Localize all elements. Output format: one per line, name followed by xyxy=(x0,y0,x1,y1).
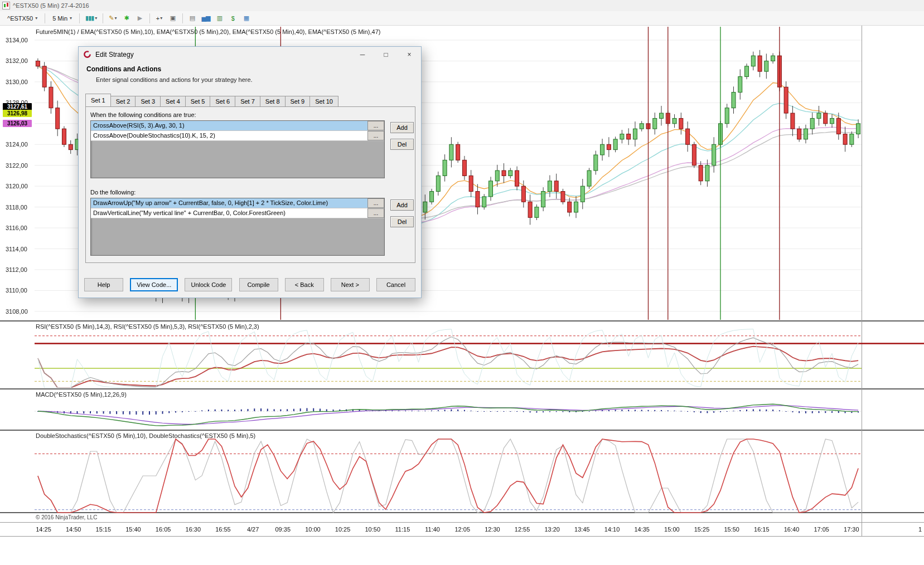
action-row-text: DrawVerticalLine("My vertical line" + Cu… xyxy=(91,208,367,218)
app-icon xyxy=(2,2,10,9)
tab-set-10[interactable]: Set 10 xyxy=(309,96,338,106)
time-axis-label: 14:50 xyxy=(66,526,81,533)
action-row[interactable]: DrawVerticalLine("My vertical line" + Cu… xyxy=(91,208,384,218)
time-axis-label: 10:00 xyxy=(305,526,321,533)
chart-style-icon: ▮▮▮ xyxy=(85,14,94,22)
chart-overlay-label: Future5MIN(1) / EMA(^ESTX50 (5 Min),10),… xyxy=(36,28,380,35)
unlock-code-button[interactable]: Unlock Code xyxy=(185,278,232,291)
del-action-button[interactable]: Del xyxy=(390,216,414,227)
dialog-title: Edit Strategy xyxy=(95,51,134,59)
condition-row-text: CrossAbove(RSI(5, 3).Avg, 30, 1) xyxy=(91,121,367,130)
toolbar-separator xyxy=(103,13,103,23)
pointer-icon: ▶ xyxy=(138,14,142,22)
dialog-titlebar[interactable]: Edit Strategy ─ □ × xyxy=(79,47,421,62)
price-axis-label: 3120,00 xyxy=(6,183,28,189)
toolbar-separator xyxy=(149,13,150,23)
tab-set-2[interactable]: Set 2 xyxy=(110,96,136,106)
del-condition-button[interactable]: Del xyxy=(390,139,414,150)
action-row[interactable]: DrawArrowUp("My up arrow" + CurrentBar, … xyxy=(91,198,384,208)
price-axis-label: 3132,00 xyxy=(6,57,28,64)
chart-trader-icon: $ xyxy=(231,15,234,22)
macd-panel-label: MACD(^ESTX50 (5 Min),12,26,9) xyxy=(36,391,127,398)
data-grid-icon: ▦ xyxy=(244,14,249,22)
time-axis-label: 11:15 xyxy=(395,526,410,533)
time-axis-label: 15:15 xyxy=(96,526,112,533)
time-axis-label: 16:15 xyxy=(754,526,770,533)
add-condition-button[interactable]: Add xyxy=(390,122,414,133)
bar-analyzer-icon: ▅▆ xyxy=(202,14,210,22)
time-axis-label: 10:50 xyxy=(365,526,380,533)
tab-set-5[interactable]: Set 5 xyxy=(185,96,211,106)
dialog-heading: Conditions and Actions xyxy=(86,65,161,73)
copyright-label: © 2016 NinjaTrader, LLC xyxy=(36,514,97,520)
dialog-subheading: Enter signal conditions and actions for … xyxy=(96,76,253,83)
window-layout-icon: ▤ xyxy=(190,14,195,22)
time-axis-label: 15:40 xyxy=(125,526,141,533)
chevron-down-icon: ▾ xyxy=(160,16,162,21)
time-axis-label: 15:50 xyxy=(724,526,739,533)
chart-trader-button[interactable]: $ xyxy=(226,13,239,24)
back-button[interactable]: < Back xyxy=(285,278,324,291)
tab-set-9[interactable]: Set 9 xyxy=(285,96,311,106)
add-action-button[interactable]: Add xyxy=(390,199,414,211)
maximize-button[interactable]: □ xyxy=(374,47,398,62)
cancel-button[interactable]: Cancel xyxy=(376,278,415,291)
tab-set-6[interactable]: Set 6 xyxy=(210,96,235,106)
compile-button[interactable]: Compile xyxy=(239,278,278,291)
snapshot-button[interactable]: ▣ xyxy=(167,13,179,24)
condition-row-text: CrossAbove(DoubleStochastics(10).K, 15, … xyxy=(91,131,367,140)
tab-set-8[interactable]: Set 8 xyxy=(260,96,286,106)
time-axis-label: 13:20 xyxy=(544,526,560,533)
chart-style-button[interactable]: ▮▮▮▾ xyxy=(83,13,99,24)
time-axis-label: 12:30 xyxy=(485,526,500,533)
window-title: ^ESTX50 (5 Min) 27-4-2016 xyxy=(13,2,89,9)
tab-set-1[interactable]: Set 1 xyxy=(85,94,111,106)
bar-analyzer-button[interactable]: ▅▆ xyxy=(200,13,212,24)
price-axis-label: 3122,00 xyxy=(6,162,28,169)
condition-row[interactable]: CrossAbove(RSI(5, 3).Avg, 30, 1)... xyxy=(91,121,384,131)
time-axis-label: 16:30 xyxy=(186,526,201,533)
crosshair-button[interactable]: +▾ xyxy=(153,13,166,24)
next-button[interactable]: Next > xyxy=(331,278,370,291)
edit-condition-button[interactable]: ... xyxy=(367,121,384,130)
edit-action-button[interactable]: ... xyxy=(367,198,384,208)
time-axis-label: 16:55 xyxy=(215,526,231,533)
condition-row[interactable]: CrossAbove(DoubleStochastics(10).K, 15, … xyxy=(91,131,384,141)
toolbar-separator xyxy=(182,13,183,23)
interval-selector[interactable]: 5 Min ▾ xyxy=(49,14,76,23)
tab-set-3[interactable]: Set 3 xyxy=(135,96,161,106)
instrument-selector[interactable]: ^ESTX50 ▾ xyxy=(3,14,41,23)
time-axis-label: 12:55 xyxy=(515,526,530,533)
export-chart-button[interactable]: ▥ xyxy=(213,13,225,24)
actions-label: Do the following: xyxy=(90,189,136,196)
edit-action-button[interactable]: ... xyxy=(367,208,384,218)
close-button[interactable]: × xyxy=(398,47,421,62)
help-button[interactable]: Help xyxy=(84,278,123,291)
time-axis-label: 14:35 xyxy=(634,526,650,533)
price-axis-label: 3108,00 xyxy=(6,308,28,315)
add-indicator-button[interactable]: ✱ xyxy=(120,13,133,24)
time-axis-label: 15:00 xyxy=(664,526,680,533)
export-chart-icon: ▥ xyxy=(217,14,222,22)
view-code-button[interactable]: View Code... xyxy=(130,278,178,291)
time-axis-label: 11:40 xyxy=(425,526,440,533)
drawing-tools-button[interactable]: ✎▾ xyxy=(107,13,119,24)
time-axis-label: 14:10 xyxy=(604,526,620,533)
price-marker: 3126,03 xyxy=(3,120,32,127)
tab-set-7[interactable]: Set 7 xyxy=(235,96,260,106)
price-axis-label: 3118,00 xyxy=(6,204,27,211)
pointer-button[interactable]: ▶ xyxy=(134,13,146,24)
toolbar-separator xyxy=(79,13,80,23)
snapshot-icon: ▣ xyxy=(170,14,175,22)
window-layout-button[interactable]: ▤ xyxy=(186,13,199,24)
chevron-down-icon: ▾ xyxy=(35,16,37,21)
crosshair-icon: + xyxy=(156,15,159,22)
time-axis-label: 1 xyxy=(918,526,922,533)
time-axis-label: 09:35 xyxy=(275,526,291,533)
data-grid-button[interactable]: ▦ xyxy=(240,13,252,24)
edit-condition-button[interactable]: ... xyxy=(367,131,384,140)
time-axis-label: 4/27 xyxy=(247,526,259,533)
minimize-button[interactable]: ─ xyxy=(351,47,374,62)
actions-list: DrawArrowUp("My up arrow" + CurrentBar, … xyxy=(90,198,385,256)
tab-set-4[interactable]: Set 4 xyxy=(160,96,186,106)
